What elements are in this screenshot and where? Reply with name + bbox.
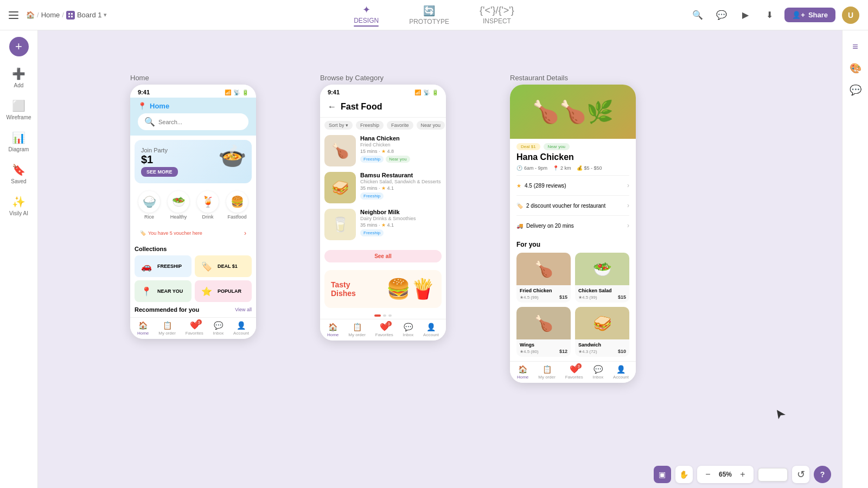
p3-nav-favorites[interactable]: ❤️3 Favorites	[565, 365, 583, 380]
p1-home-text: Home	[150, 102, 169, 110]
tab-inspect[interactable]: {'<'}/{'>'} INSPECT	[473, 1, 521, 29]
see-more-button[interactable]: SEE MORE	[141, 167, 178, 177]
zoom-out-button[interactable]: −	[701, 468, 714, 481]
help-button[interactable]: ?	[814, 466, 831, 483]
add-button[interactable]: +	[9, 37, 29, 56]
breadcrumb-sep2: /	[62, 11, 64, 19]
share-button[interactable]: 👤+ Share	[784, 8, 835, 22]
zoom-preset-select[interactable]	[758, 468, 788, 481]
project-link[interactable]: Home	[41, 11, 60, 19]
sidebar-item-diagram[interactable]: 📊 Diagram	[3, 127, 35, 157]
restaurant-hana[interactable]: 🍗 Hana Chicken Fried Chicken 15 mins · ★…	[324, 135, 442, 166]
sidebar-item-saved[interactable]: 🔖 Saved	[3, 159, 35, 189]
p3-nav-home[interactable]: 🏠 Home	[517, 365, 528, 380]
collection-popular[interactable]: ⭐ POPULAR	[195, 280, 252, 302]
category-drink[interactable]: 🍹 Drink	[197, 191, 219, 220]
hana-tag-nearyou: Near you	[386, 156, 410, 163]
board-link[interactable]: Board 1 ▾	[66, 11, 107, 20]
p1-search-bar[interactable]: 🔍	[138, 113, 248, 130]
collection-deal[interactable]: 🏷️ DEAL $1	[195, 255, 252, 277]
sidebar-item-wireframe[interactable]: ⬜ Wireframe	[3, 95, 35, 125]
food-card-chicken-salad[interactable]: 🥗 Chicken Salad ★4.5 (99) $15	[575, 253, 629, 303]
filter-nearyou[interactable]: Near you	[417, 121, 445, 130]
p3-nav-order[interactable]: 📋 My order	[538, 365, 556, 380]
delivery-row[interactable]: 🚚 Delivery on 20 mins ›	[516, 219, 629, 232]
voucher-row[interactable]: 🏷️ 2 discount voucher for restaurant ›	[516, 199, 629, 212]
restaurant-bamsu[interactable]: 🥪 Bamsu Restaurant Chicken Salad, Sandwi…	[324, 172, 442, 203]
popular-icon: ⭐	[199, 284, 214, 299]
search-input[interactable]	[158, 119, 242, 125]
collection-freeship[interactable]: 🚗 FREESHIP	[135, 255, 192, 277]
share-label: Share	[808, 11, 828, 19]
price-label: $1	[141, 153, 178, 166]
rs-assets[interactable]: 🎨	[846, 59, 865, 78]
hamburger-menu[interactable]	[9, 9, 22, 22]
category-rice[interactable]: 🍚 Rice	[138, 191, 160, 220]
chevron-down-icon[interactable]: ▾	[104, 11, 107, 18]
p3-inbox-label: Inbox	[593, 375, 604, 380]
clock-icon: 🕐	[516, 165, 522, 171]
collection-nearyou[interactable]: 📍 NEAR YOU	[135, 280, 192, 302]
filter-sort[interactable]: Sort by ▾	[324, 121, 353, 130]
see-all-button[interactable]: See all	[324, 250, 442, 262]
rs-layers[interactable]: ≡	[846, 37, 865, 56]
p1-nav-inbox[interactable]: 💬 Inbox	[213, 321, 224, 336]
board-icon	[66, 11, 75, 20]
sidebar-item-add[interactable]: ➕ Add	[3, 63, 35, 93]
p1-nav-order[interactable]: 📋 My order	[158, 321, 176, 336]
category-healthy[interactable]: 🥗 Healthy	[168, 191, 189, 220]
p2-bottom-nav: 🏠 Home 📋 My order ❤️3 Favorites 💬 Inbox …	[320, 319, 446, 341]
p1-nav-home[interactable]: 🏠 Home	[137, 321, 149, 336]
user-avatar[interactable]: U	[842, 7, 859, 24]
rating-row[interactable]: ★ 4.5 (289 reviews) ›	[516, 179, 629, 192]
restaurant-neighbor[interactable]: 🥛 Neighbor Milk Dairy Drinks & Smoothies…	[324, 209, 442, 240]
favorites-badge: 3	[196, 319, 202, 325]
rs-comments[interactable]: 💬	[846, 80, 865, 100]
p3-nav-account[interactable]: 👤 Account	[613, 365, 629, 380]
chicken-salad-meta: ★4.5 (99) $15	[578, 294, 626, 300]
tab-design[interactable]: ✦ DESIGN	[347, 0, 385, 31]
p2-nav-favorites[interactable]: ❤️3 Favorites	[375, 323, 393, 337]
back-button[interactable]: ←	[328, 102, 336, 112]
history-button[interactable]: ↺	[792, 466, 809, 483]
voucher-bar[interactable]: 🏷️ You have 5 voucher here ›	[135, 226, 252, 240]
fried-chicken-meta: ★4.5 (99) $15	[520, 294, 567, 300]
home-icon[interactable]: 🏠	[26, 11, 35, 19]
filter-freeship[interactable]: Freeship	[356, 121, 384, 130]
account-nav-icon: 👤	[237, 321, 246, 330]
p2-nav-order[interactable]: 📋 My order	[348, 323, 366, 337]
wings-image: 🍗	[516, 307, 571, 339]
rating-chevron: ›	[627, 182, 629, 189]
food-card-wings[interactable]: 🍗 Wings ★4.5 (80) $12	[516, 307, 571, 357]
bamsu-name: Bamsu Restaurant	[360, 172, 442, 178]
nearyou-label: NEAR YOU	[157, 288, 183, 294]
p2-nav-account[interactable]: 👤 Account	[423, 323, 439, 337]
zoom-in-button[interactable]: +	[736, 468, 749, 481]
location-icon: 📍	[138, 102, 146, 110]
cursor-tool-button[interactable]: ▣	[654, 466, 671, 483]
hana-info: Hana Chicken Fried Chicken 15 mins · ★ 4…	[360, 135, 442, 163]
fried-chicken-rating: ★4.5 (99)	[520, 295, 539, 300]
sidebar-item-visily[interactable]: ✨ Visily AI	[3, 191, 35, 221]
download-button[interactable]: ⬇	[761, 7, 778, 24]
category-fastfood[interactable]: 🍔 Fastfood	[226, 191, 248, 220]
tab-underline	[354, 25, 379, 27]
tab-prototype[interactable]: 🔄 PROTOTYPE	[403, 1, 456, 30]
p3-order-label: My order	[538, 375, 556, 380]
inbox-nav-icon: 💬	[214, 321, 223, 330]
visily-icon: ✨	[12, 195, 25, 208]
p1-nav-favorites[interactable]: ❤️3 Favorites	[186, 321, 203, 336]
hand-tool-button[interactable]: ✋	[675, 466, 693, 483]
food-card-sandwich[interactable]: 🥪 Sandwich ★4.3 (72) $10	[575, 307, 629, 357]
play-button[interactable]: ▶	[737, 7, 754, 24]
wings-price: $12	[559, 349, 567, 354]
food-card-fried-chicken[interactable]: 🍗 Fried Chicken ★4.5 (99) $15	[516, 253, 571, 303]
p2-nav-inbox[interactable]: 💬 Inbox	[403, 323, 414, 337]
chat-button[interactable]: 💬	[713, 7, 730, 24]
filter-favorite[interactable]: Favorite	[387, 121, 413, 130]
p2-nav-home[interactable]: 🏠 Home	[327, 323, 339, 337]
search-button[interactable]: 🔍	[689, 7, 706, 24]
view-all-link[interactable]: View all	[235, 307, 252, 312]
p3-nav-inbox[interactable]: 💬 Inbox	[593, 365, 604, 380]
p1-nav-account[interactable]: 👤 Account	[233, 321, 249, 336]
